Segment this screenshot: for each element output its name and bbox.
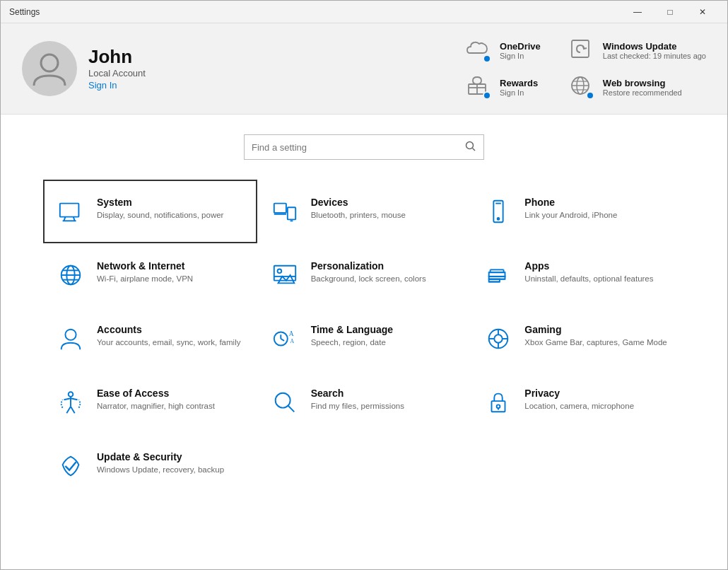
svg-rect-56 bbox=[492, 401, 505, 412]
apps-icon bbox=[483, 260, 513, 290]
windows-update-sub: Last checked: 19 minutes ago bbox=[603, 52, 706, 60]
update-security-text: Update & Security Windows Update, recove… bbox=[97, 451, 224, 475]
service-windows-update[interactable]: Windows Update Last checked: 19 minutes … bbox=[569, 37, 706, 63]
search-desc: Find my files, permissions bbox=[311, 400, 404, 412]
network-text: Network & Internet Wi-Fi, airplane mode,… bbox=[97, 260, 193, 284]
personalization-desc: Background, lock screen, colors bbox=[311, 273, 426, 284]
setting-devices[interactable]: Devices Bluetooth, printers, mouse bbox=[257, 180, 471, 243]
privacy-icon bbox=[483, 388, 513, 417]
svg-point-48 bbox=[495, 335, 503, 342]
search-box[interactable] bbox=[244, 134, 484, 160]
svg-point-53 bbox=[69, 392, 74, 397]
network-title: Network & Internet bbox=[97, 260, 193, 272]
svg-rect-40 bbox=[489, 279, 500, 282]
svg-point-30 bbox=[277, 269, 281, 273]
phone-text: Phone Link your Android, iPhone bbox=[524, 197, 617, 221]
svg-point-21 bbox=[498, 218, 500, 220]
ease-of-access-desc: Narrator, magnifier, high contrast bbox=[97, 400, 215, 412]
setting-personalization[interactable]: Personalization Background, lock screen,… bbox=[257, 243, 471, 307]
setting-time-language[interactable]: A A Time & Language Speech, region, date bbox=[257, 307, 471, 371]
time-language-title: Time & Language bbox=[311, 324, 393, 335]
apps-desc: Uninstall, defaults, optional features bbox=[524, 273, 653, 284]
privacy-title: Privacy bbox=[524, 388, 634, 399]
apps-title: Apps bbox=[524, 260, 653, 272]
rewards-dot bbox=[483, 91, 491, 100]
windows-update-icon-wrap bbox=[569, 37, 594, 63]
web-browsing-sub: Restore recommended bbox=[603, 88, 682, 97]
svg-line-44 bbox=[281, 339, 284, 341]
gaming-text: Gaming Xbox Game Bar, captures, Game Mod… bbox=[524, 324, 667, 348]
onedrive-sub: Sign In bbox=[500, 52, 541, 60]
service-onedrive[interactable]: OneDrive Sign In bbox=[466, 37, 541, 63]
gaming-icon bbox=[483, 324, 513, 354]
window-controls: — □ ✕ bbox=[621, 1, 719, 23]
svg-point-57 bbox=[497, 405, 500, 408]
setting-network[interactable]: Network & Internet Wi-Fi, airplane mode,… bbox=[43, 243, 257, 307]
accounts-title: Accounts bbox=[97, 324, 240, 335]
system-icon bbox=[56, 197, 86, 226]
privacy-text: Privacy Location, camera, microphone bbox=[524, 388, 634, 412]
service-web-browsing[interactable]: Web browsing Restore recommended bbox=[569, 74, 706, 100]
onedrive-dot bbox=[483, 54, 491, 63]
header-services: OneDrive Sign In Rewards Sig bbox=[466, 37, 706, 100]
maximize-button[interactable]: □ bbox=[654, 1, 686, 23]
apps-text: Apps Uninstall, defaults, optional featu… bbox=[524, 260, 653, 284]
web-browsing-text: Web browsing Restore recommended bbox=[603, 78, 682, 97]
rewards-icon-wrap bbox=[466, 74, 491, 100]
personalization-title: Personalization bbox=[311, 260, 426, 272]
setting-search[interactable]: Search Find my files, permissions bbox=[257, 371, 471, 434]
ease-of-access-text: Ease of Access Narrator, magnifier, high… bbox=[97, 388, 215, 412]
search-input[interactable] bbox=[252, 142, 465, 153]
user-header: John Local Account Sign In OneDrive Sign… bbox=[1, 23, 727, 115]
svg-line-11 bbox=[473, 148, 476, 151]
avatar-icon bbox=[28, 47, 71, 90]
personalization-icon bbox=[270, 260, 300, 290]
setting-gaming[interactable]: Gaming Xbox Game Bar, captures, Game Mod… bbox=[471, 307, 685, 371]
search-setting-icon bbox=[270, 388, 300, 417]
phone-title: Phone bbox=[524, 197, 617, 208]
user-signin-link[interactable]: Sign In bbox=[88, 80, 117, 91]
system-title: System bbox=[97, 197, 223, 208]
onedrive-icon-wrap bbox=[466, 37, 491, 63]
settings-grid: System Display, sound, notifications, po… bbox=[1, 173, 727, 505]
devices-title: Devices bbox=[311, 197, 406, 208]
svg-point-0 bbox=[41, 54, 58, 71]
web-browsing-dot bbox=[586, 91, 594, 100]
accounts-icon bbox=[56, 324, 86, 354]
setting-apps[interactable]: Apps Uninstall, defaults, optional featu… bbox=[471, 243, 685, 307]
system-desc: Display, sound, notifications, power bbox=[97, 209, 223, 221]
rewards-name: Rewards bbox=[500, 78, 538, 88]
close-button[interactable]: ✕ bbox=[686, 1, 719, 23]
privacy-desc: Location, camera, microphone bbox=[524, 400, 634, 412]
svg-line-55 bbox=[288, 406, 294, 412]
svg-text:A: A bbox=[290, 338, 294, 344]
rewards-text: Rewards Sign In bbox=[500, 78, 538, 97]
network-icon bbox=[56, 260, 86, 290]
minimize-button[interactable]: — bbox=[621, 1, 654, 23]
service-column-2: Windows Update Last checked: 19 minutes … bbox=[569, 37, 706, 100]
setting-ease-of-access[interactable]: Ease of Access Narrator, magnifier, high… bbox=[43, 371, 257, 434]
setting-accounts[interactable]: Accounts Your accounts, email, sync, wor… bbox=[43, 307, 257, 371]
user-account-type: Local Account bbox=[88, 68, 146, 78]
accounts-desc: Your accounts, email, sync, work, family bbox=[97, 337, 240, 348]
svg-point-10 bbox=[466, 141, 474, 149]
service-column-1: OneDrive Sign In Rewards Sig bbox=[466, 37, 541, 100]
web-browsing-name: Web browsing bbox=[603, 78, 682, 88]
time-language-icon: A A bbox=[270, 324, 300, 354]
avatar bbox=[22, 41, 77, 96]
setting-update-security[interactable]: Update & Security Windows Update, recove… bbox=[43, 434, 257, 498]
personalization-text: Personalization Background, lock screen,… bbox=[311, 260, 426, 284]
search-area bbox=[1, 115, 727, 173]
svg-text:A: A bbox=[288, 330, 293, 337]
devices-icon bbox=[270, 197, 300, 226]
devices-text: Devices Bluetooth, printers, mouse bbox=[311, 197, 406, 221]
svg-point-54 bbox=[275, 393, 290, 408]
windows-update-text: Windows Update Last checked: 19 minutes … bbox=[603, 41, 706, 60]
service-rewards[interactable]: Rewards Sign In bbox=[466, 74, 541, 100]
update-security-icon bbox=[56, 451, 86, 481]
phone-desc: Link your Android, iPhone bbox=[524, 209, 617, 221]
web-browsing-icon-wrap bbox=[569, 74, 594, 100]
setting-privacy[interactable]: Privacy Location, camera, microphone bbox=[471, 371, 685, 434]
setting-system[interactable]: System Display, sound, notifications, po… bbox=[43, 180, 257, 243]
setting-phone[interactable]: Phone Link your Android, iPhone bbox=[471, 180, 685, 243]
